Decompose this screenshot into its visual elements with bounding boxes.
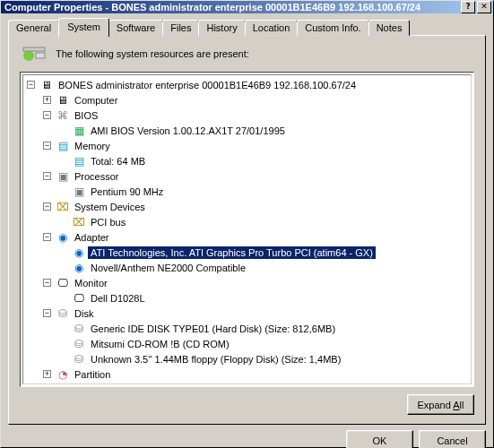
tab-general[interactable]: General [8, 20, 59, 36]
disk-icon [56, 306, 70, 321]
tree-system-devices[interactable]: System Devices [72, 201, 148, 213]
adapter-icon [56, 230, 70, 245]
svg-point-0 [23, 50, 34, 61]
help-button[interactable]: ? [461, 1, 475, 13]
dialog-button-row: OK Cancel [8, 425, 486, 448]
system-resources-icon [20, 45, 48, 63]
processor-item-icon [72, 185, 86, 199]
tree-view[interactable]: − BONES administrator enterprise 00001B1… [20, 72, 474, 387]
disk-hdd-icon [72, 322, 86, 336]
tab-software[interactable]: Software [108, 20, 163, 36]
bios-icon [56, 108, 70, 123]
expander-monitor[interactable]: − [43, 279, 51, 287]
tree-pci-bus[interactable]: PCI bus [88, 216, 128, 228]
expand-all-button[interactable]: Expand All [407, 394, 474, 415]
disk-cdrom-icon [72, 337, 86, 351]
tree-bios-version[interactable]: AMI BIOS Version 1.00.12.AX1T 27/01/1995 [88, 125, 288, 137]
tree-computer[interactable]: Computer [72, 94, 120, 107]
memory-item-icon [72, 154, 86, 168]
ok-button[interactable]: OK [346, 430, 413, 448]
tab-system[interactable]: System [58, 18, 109, 37]
expander-partition[interactable]: + [43, 370, 51, 378]
pci-bus-icon [72, 215, 86, 229]
tab-strip: General System Software Files History Lo… [8, 20, 486, 36]
panel-header: The following system resources are prese… [20, 45, 474, 63]
tab-location[interactable]: Location [245, 20, 299, 36]
cancel-button[interactable]: Cancel [419, 430, 486, 448]
tree-memory[interactable]: Memory [72, 140, 113, 152]
tab-notes[interactable]: Notes [368, 20, 411, 36]
window-title: Computer Properties - BONES administrato… [3, 2, 459, 13]
tab-panel-system: The following system resources are prese… [8, 35, 486, 425]
expander-processor[interactable]: − [43, 172, 51, 180]
expander-sysdev[interactable]: − [43, 202, 51, 211]
panel-intro-text: The following system resources are prese… [56, 48, 249, 59]
expander-disk[interactable]: − [43, 309, 51, 317]
tab-history[interactable]: History [198, 20, 245, 36]
tree-disk-cdrom[interactable]: Mitsumi CD-ROM !B (CD ROM) [88, 338, 232, 350]
tab-files[interactable]: Files [162, 20, 199, 36]
tree-monitor[interactable]: Monitor [72, 277, 110, 289]
expander-computer[interactable]: + [43, 96, 51, 104]
expander-memory[interactable]: − [43, 142, 51, 150]
tree-processor-value[interactable]: Pentium 90 MHz [88, 185, 166, 198]
system-devices-icon [56, 200, 70, 214]
titlebar[interactable]: Computer Properties - BONES administrato… [1, 1, 493, 13]
svg-rect-2 [36, 53, 45, 58]
panel-button-row: Expand All [20, 394, 474, 415]
expander-bios[interactable]: − [43, 111, 51, 119]
tree-disk-floppy[interactable]: Unknown 3.5'' 1.44MB floppy (Floppy Disk… [88, 353, 343, 366]
disk-floppy-icon [72, 352, 86, 366]
expander-adapter[interactable]: − [43, 233, 51, 241]
tree-monitor-value[interactable]: Dell D1028L [88, 292, 148, 305]
tree-disk[interactable]: Disk [72, 307, 96, 320]
close-button[interactable]: ✕ [477, 1, 491, 13]
memory-icon [56, 139, 70, 153]
tree-adapter-ati[interactable]: ATI Technologies, Inc. ATI Graphics Pro … [88, 246, 376, 259]
tree-partition[interactable]: Partition [72, 368, 113, 381]
tab-custom-info[interactable]: Custom Info. [297, 20, 368, 36]
partition-icon [56, 367, 70, 382]
tree-memory-total[interactable]: Total: 64 MB [88, 155, 148, 168]
computer-node-icon [56, 93, 70, 108]
tree-adapter[interactable]: Adapter [72, 231, 112, 244]
monitor-icon [56, 276, 70, 290]
tree-adapter-ne2000[interactable]: Novell/Anthem NE2000 Compatible [88, 262, 248, 274]
monitor-item-icon [72, 291, 86, 306]
tree-disk-generic[interactable]: Generic IDE DISK TYPE01 (Hard Disk) (Siz… [88, 323, 338, 335]
tree-root[interactable]: BONES administrator enterprise 00001B1E4… [56, 79, 359, 91]
tree-processor[interactable]: Processor [72, 170, 122, 183]
window: Computer Properties - BONES administrato… [0, 0, 494, 448]
content-area: General System Software Files History Lo… [1, 13, 493, 448]
svg-rect-1 [23, 47, 45, 51]
bios-chip-icon [72, 124, 86, 138]
processor-icon [56, 169, 70, 184]
adapter-ati-icon [72, 246, 86, 260]
computer-icon [39, 78, 54, 92]
expander-root[interactable]: − [27, 81, 35, 89]
adapter-ne2000-icon [72, 261, 86, 275]
tree-bios[interactable]: BIOS [72, 109, 100, 122]
